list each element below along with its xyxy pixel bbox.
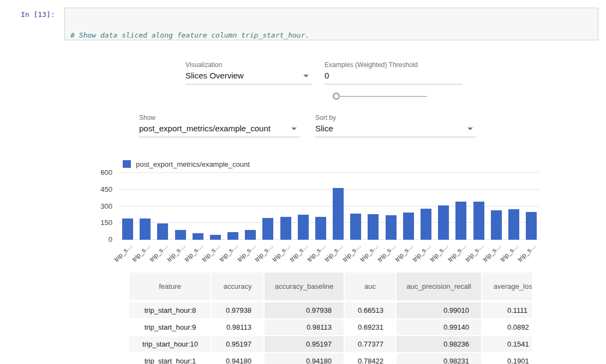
bar-slot (119, 219, 136, 240)
visualization-label: Visualization (185, 61, 222, 69)
y-tick-label: 450 (65, 185, 112, 194)
chart-bar[interactable] (386, 215, 397, 240)
metric-cell: 0.78422 (344, 353, 396, 364)
chart-bar[interactable] (491, 210, 502, 240)
column-header: feature (129, 272, 211, 301)
x-tick-slot: trip_s… (523, 241, 540, 260)
chart-bar[interactable] (350, 214, 361, 240)
x-axis-labels: trip_s…trip_s…trip_s…trip_s…trip_s…trip_… (119, 241, 540, 260)
plot-area (119, 173, 540, 240)
metric-cell: 0.98236 (396, 336, 482, 353)
x-tick-label: trip_s… (112, 242, 134, 263)
input-prompt: In [13]: (21, 10, 55, 19)
chevron-down-icon (303, 75, 309, 77)
chart-bar[interactable] (193, 233, 203, 240)
y-tick-label: 600 (65, 168, 112, 177)
bar-slot (470, 202, 487, 240)
bar-slot (172, 230, 189, 240)
sort-by-select-value: Slice (315, 124, 333, 133)
chart-bar[interactable] (298, 215, 309, 240)
chart-bar[interactable] (140, 219, 151, 240)
y-tick-label: 0 (65, 235, 112, 244)
table-row: trip_start_hour:80.979380.979380.665130.… (129, 301, 532, 319)
threshold-slider-handle[interactable] (333, 93, 340, 100)
threshold-input[interactable]: 0 (325, 71, 463, 84)
chart-bar[interactable] (526, 212, 537, 240)
chart-bar[interactable] (333, 188, 344, 240)
chart-bar[interactable] (122, 219, 133, 240)
bar-slot (189, 233, 207, 240)
feature-cell: trip_start_hour:1 (129, 353, 211, 364)
legend-label: post_export_metrics/example_count (136, 160, 250, 168)
bar-slot (452, 202, 470, 240)
visualization-select-value: Slices Overview (185, 71, 244, 80)
metric-cell: 0.94180 (264, 353, 344, 364)
chart-bar[interactable] (473, 202, 484, 240)
metrics-table: featureaccuracyaccuracy_baselineaucauc_p… (129, 272, 532, 364)
chart-bar[interactable] (262, 218, 273, 240)
feature-cell: trip_start_hour:10 (129, 336, 211, 353)
chevron-down-icon (467, 128, 473, 130)
metric-cell: 0.99140 (396, 319, 482, 336)
notebook-page: In [13]: # Show data sliced along featur… (0, 0, 606, 364)
bar-slot (312, 217, 329, 240)
threshold-slider-track[interactable] (340, 96, 427, 97)
chart-bar[interactable] (368, 214, 379, 240)
y-axis-labels: 0150300450600 (65, 173, 112, 240)
chart-bar[interactable] (227, 232, 238, 240)
chart-bar[interactable] (280, 217, 291, 240)
chart-bar[interactable] (245, 230, 256, 240)
bar-slot (136, 219, 154, 240)
bar-slot (295, 215, 312, 240)
metric-cell: 0.1901 (482, 353, 532, 364)
metric-cell: 0.69231 (344, 319, 396, 336)
chart-bar[interactable] (157, 223, 168, 240)
feature-cell: trip_start_hour:8 (129, 301, 211, 319)
chart-bar[interactable] (175, 230, 186, 240)
chart-bar[interactable] (421, 209, 431, 240)
bar-slot (364, 214, 382, 240)
table-row: trip_start_hour:90.981130.981130.692310.… (129, 319, 532, 336)
column-header: average_loss (482, 272, 532, 301)
bar-slot (224, 232, 242, 240)
bar-slot (277, 217, 295, 240)
visualization-select[interactable]: Slices Overview (185, 71, 312, 84)
show-label: Show (139, 114, 155, 122)
sort-by-label: Sort by (315, 114, 336, 122)
metric-cell: 0.98231 (396, 353, 482, 364)
chart-bar[interactable] (315, 217, 326, 240)
metric-cell: 0.95197 (264, 336, 344, 353)
chart-bar[interactable] (455, 202, 466, 240)
chart-bar[interactable] (438, 205, 449, 240)
bar-slot (488, 210, 505, 240)
code-comment: # Show data sliced along feature column … (70, 31, 309, 39)
y-tick-label: 300 (65, 202, 112, 211)
bar-slot (523, 212, 540, 240)
bar-slot (505, 209, 523, 240)
threshold-label: Examples (Weighted) Threshold (325, 61, 418, 69)
metric-cell: 0.66513 (344, 301, 396, 319)
sort-by-select[interactable]: Slice (315, 124, 476, 137)
column-header: accuracy_baseline (264, 272, 344, 301)
column-header: accuracy (211, 272, 264, 301)
bars (119, 173, 540, 240)
bar-slot (347, 214, 364, 240)
bar-slot (242, 230, 259, 240)
metric-cell: 0.98113 (211, 319, 264, 336)
metric-cell: 0.97938 (264, 301, 344, 319)
code-cell[interactable]: # Show data sliced along feature column … (64, 8, 598, 40)
column-header: auc_precision_recall (396, 272, 482, 301)
table-row: trip_start_hour:100.951970.951970.773770… (129, 336, 532, 353)
metrics-table-body: trip_start_hour:80.979380.979380.665130.… (129, 301, 532, 364)
chevron-down-icon (291, 128, 297, 130)
chart-bar[interactable] (403, 213, 414, 240)
bar-slot (259, 218, 277, 240)
chart-bar[interactable] (508, 209, 519, 240)
show-metric-select[interactable]: post_export_metrics/example_count (139, 124, 300, 137)
metric-cell: 0.98113 (264, 319, 344, 336)
bar-slot (417, 209, 435, 240)
code-line-comment: # Show data sliced along feature column … (70, 31, 592, 40)
y-tick-label: 150 (65, 219, 112, 227)
chart-bar[interactable] (210, 235, 221, 240)
feature-cell: trip_start_hour:9 (129, 319, 211, 336)
